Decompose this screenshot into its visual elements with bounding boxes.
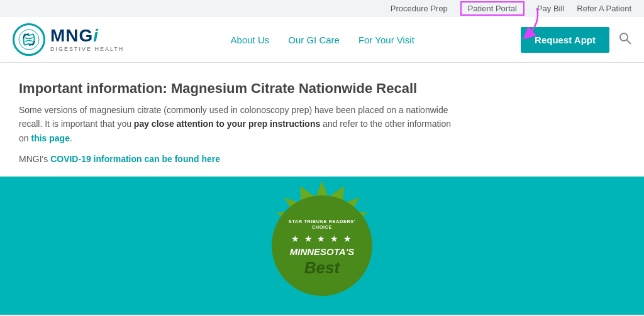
- badge-minnesota: MINNESOTA'S: [281, 247, 363, 258]
- svg-line-2: [627, 40, 631, 44]
- badge-best: Best: [281, 259, 363, 273]
- logo-text: MNGi DIGESTIVE HEALTH: [50, 27, 124, 52]
- alert-bold-text: pay close attention to your prep instruc…: [134, 119, 320, 129]
- patient-portal-link[interactable]: Patient Portal: [460, 1, 525, 16]
- main-navigation: MNGi DIGESTIVE HEALTH About Us Our GI Ca…: [0, 17, 644, 63]
- nav-links: About Us Our GI Care For Your Visit: [231, 35, 414, 45]
- nav-gi-care[interactable]: Our GI Care: [288, 35, 340, 45]
- alert-body: Some versions of magnesium citrate (comm…: [19, 103, 459, 145]
- pay-bill-link[interactable]: Pay Bill: [537, 4, 564, 13]
- award-badge: STAR TRIBUNE READERS' CHOICE ★ ★ ★ ★ ★ M…: [256, 180, 388, 312]
- logo-name: MNGi: [50, 27, 124, 45]
- covid-prefix: MNGI's: [19, 154, 50, 164]
- badge-top-text: STAR TRIBUNE READERS' CHOICE: [281, 219, 363, 231]
- logo-circle: [13, 23, 45, 56]
- logo-icon: [18, 29, 40, 50]
- alert-title: Important information: Magnesium Citrate…: [19, 80, 625, 97]
- teal-band: STAR TRIBUNE READERS' CHOICE ★ ★ ★ ★ ★ M…: [0, 177, 644, 315]
- svg-point-0: [19, 30, 39, 50]
- covid-line: MNGI's COVID-19 information can be found…: [19, 154, 625, 164]
- search-icon-button[interactable]: [619, 32, 631, 48]
- covid-link[interactable]: COVID-19 information can be found here: [50, 154, 220, 164]
- procedure-prep-link[interactable]: Procedure Prep: [391, 4, 448, 13]
- content-area: Important information: Magnesium Citrate…: [0, 63, 644, 177]
- badge-stars: ★ ★ ★ ★ ★: [281, 234, 363, 244]
- logo-area: MNGi DIGESTIVE HEALTH: [13, 23, 124, 56]
- badge-content: STAR TRIBUNE READERS' CHOICE ★ ★ ★ ★ ★ M…: [281, 219, 363, 273]
- top-bar: Procedure Prep Patient Portal Pay Bill R…: [0, 0, 644, 17]
- nav-for-your-visit[interactable]: For Your Visit: [358, 35, 414, 45]
- logo-subtitle: DIGESTIVE HEALTH: [50, 46, 124, 52]
- svg-point-1: [620, 33, 628, 41]
- search-icon: [619, 32, 631, 45]
- this-page-link[interactable]: this page: [31, 133, 69, 143]
- nav-about-us[interactable]: About Us: [231, 35, 270, 45]
- request-appt-button[interactable]: Request Appt: [521, 27, 609, 53]
- alert-body-end: .: [70, 133, 72, 143]
- refer-patient-link[interactable]: Refer A Patient: [577, 4, 631, 13]
- top-nav-links: Procedure Prep Patient Portal Pay Bill R…: [391, 4, 631, 13]
- nav-right: Request Appt: [521, 27, 631, 53]
